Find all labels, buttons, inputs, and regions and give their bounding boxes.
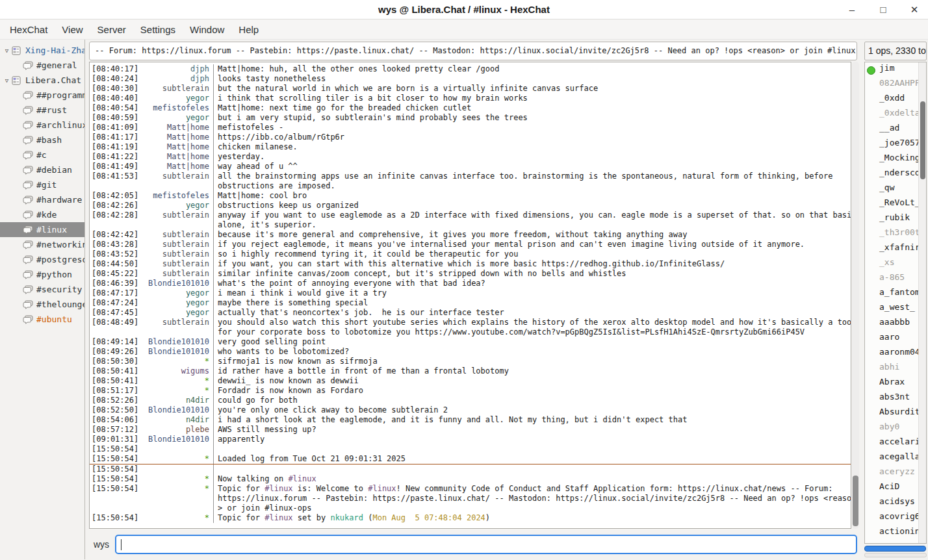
sidebar-item--linux[interactable]: #linux [0, 222, 84, 237]
chat-scrollbar[interactable] [852, 62, 859, 529]
chat-nick[interactable] [144, 181, 213, 191]
chat-nick[interactable]: plebe [144, 425, 213, 435]
chat-nick[interactable]: djph [144, 64, 213, 74]
tree-server-xing-hai-zhang[interactable]: ▽Xing-Hai-Zhang [0, 43, 84, 58]
userlist-item[interactable]: _0xdelta [865, 108, 918, 123]
menu-item-server[interactable]: Server [90, 21, 133, 38]
chat-nick[interactable]: * [144, 376, 213, 386]
userlist-item[interactable]: a_west_ [865, 302, 918, 317]
userlist-item[interactable]: jim [865, 63, 918, 78]
chat-nick[interactable]: subtlerain [144, 230, 213, 240]
userlist-item[interactable]: a_fantom [865, 287, 918, 302]
chat-nick[interactable] [144, 494, 213, 503]
userlist-item[interactable]: a-865 [865, 272, 918, 287]
userlist-hscrollbar[interactable] [864, 546, 926, 552]
sidebar-item--c[interactable]: #c [0, 147, 84, 162]
userlist-item[interactable]: 082AAHPF6 [865, 78, 918, 93]
userlist-scrollbar-thumb[interactable] [920, 101, 925, 179]
userlist-item[interactable]: __ad [865, 123, 918, 138]
sidebar-item--bash[interactable]: #bash [0, 133, 84, 147]
minimize-icon[interactable]: – [846, 4, 858, 16]
chat-nick[interactable]: subtlerain [144, 210, 213, 220]
userlist-item[interactable]: _th3r00t [865, 227, 918, 242]
chat-nick[interactable]: mefistofeles [144, 103, 213, 113]
userlist-item[interactable]: acovrig60 [865, 511, 918, 526]
menu-item-hexchat[interactable]: HexChat [3, 21, 55, 38]
sidebar-item--git[interactable]: #git [0, 177, 84, 192]
chat-nick[interactable]: yegor [144, 298, 213, 308]
chat-nick[interactable]: n4dir [144, 415, 213, 425]
userlist-item[interactable]: actioninj [865, 526, 918, 541]
expander-icon[interactable]: ▽ [2, 47, 12, 54]
userlist-item[interactable]: accelario [865, 437, 918, 452]
sidebar-item--hardware[interactable]: #hardware [0, 192, 84, 207]
chat-nick[interactable]: wigums [144, 366, 213, 376]
chat-nick[interactable]: subtlerain [144, 249, 213, 259]
menu-item-settings[interactable]: Settings [133, 21, 183, 38]
userlist-item[interactable]: aaro [865, 332, 918, 347]
message-input[interactable] [115, 535, 857, 554]
chat-nick[interactable]: Blondie101010 [144, 435, 213, 444]
menu-item-view[interactable]: View [55, 21, 90, 38]
userlist-item[interactable]: _qw [865, 183, 918, 197]
maximize-icon[interactable]: □ [877, 4, 889, 16]
sidebar-item--general[interactable]: #general [0, 58, 84, 73]
userlist-item[interactable]: acegalla- [865, 452, 918, 466]
menu-item-window[interactable]: Window [183, 21, 231, 38]
chat-nick[interactable]: Blondie101010 [144, 347, 213, 357]
chat-nick[interactable]: * [144, 484, 213, 494]
chat-nick[interactable]: subtlerain [144, 269, 213, 279]
chat-nick[interactable]: yegor [144, 113, 213, 123]
tree-server-libera-chat[interactable]: ▽Libera.Chat [0, 73, 84, 88]
chat-nick[interactable]: yegor [144, 288, 213, 298]
menu-item-help[interactable]: Help [231, 21, 266, 38]
chat-nick[interactable]: * [144, 454, 213, 464]
expander-icon[interactable]: ▽ [2, 77, 12, 84]
sidebar-item--python[interactable]: #python [0, 267, 84, 282]
sidebar-item--thelounge[interactable]: #thelounge [0, 297, 84, 312]
userlist-item[interactable]: Abrax [865, 377, 918, 392]
userlist-item[interactable]: aaabbb [865, 317, 918, 332]
chat-nick[interactable] [144, 220, 213, 230]
topic-bar[interactable]: -- Forum: https://linux.forum -- Pastebi… [89, 42, 857, 60]
sidebar-item--archlinux[interactable]: #archlinux [0, 118, 84, 133]
chat-nick[interactable]: Matt|home [144, 152, 213, 162]
chat-nick[interactable]: djph [144, 74, 213, 84]
chat-nick[interactable]: n4dir [144, 396, 213, 405]
userlist-item[interactable]: _xfafnir [865, 242, 918, 257]
chat-nick[interactable]: Matt|home [144, 162, 213, 172]
chat-nick[interactable] [144, 465, 213, 474]
chat-nick[interactable]: Blondie101010 [144, 405, 213, 415]
sidebar-item--programming[interactable]: ##programming [0, 88, 84, 103]
userlist-item[interactable]: _nderscor [865, 168, 918, 183]
userlist-item[interactable]: Absurdity [865, 407, 918, 422]
chat-nick[interactable]: yegor [144, 94, 213, 103]
userlist-item[interactable]: _0xdd [865, 93, 918, 108]
chat-nick[interactable]: yegor [144, 308, 213, 318]
sidebar-item--rust[interactable]: ##rust [0, 103, 84, 118]
chat-nick[interactable] [144, 503, 213, 513]
chat-nick[interactable]: subtlerain [144, 259, 213, 269]
chat-nick[interactable]: Matt|home [144, 133, 213, 142]
userlist-item[interactable]: aby0 [865, 422, 918, 437]
chat-nick[interactable]: yegor [144, 201, 213, 210]
chat-nick[interactable]: subtlerain [144, 240, 213, 249]
userlist-item[interactable]: abs3nt [865, 392, 918, 407]
chat-nick[interactable] [144, 444, 213, 454]
chat-nick[interactable]: * [144, 386, 213, 396]
sidebar-item--debian[interactable]: #debian [0, 162, 84, 177]
userlist-item[interactable]: aaronm04 [865, 347, 918, 362]
chat-scrollbar-thumb[interactable] [853, 476, 858, 526]
userlist-scrollbar[interactable] [918, 62, 926, 543]
sidebar-item--security[interactable]: #security [0, 282, 84, 297]
sidebar-item--networking[interactable]: #networking [0, 237, 84, 252]
userlist-item[interactable]: abhi [865, 362, 918, 377]
chat-nick[interactable]: Blondie101010 [144, 279, 213, 288]
userlist-item[interactable]: _joe7057 [865, 138, 918, 153]
chat-nick[interactable]: Matt|home [144, 142, 213, 152]
userlist-item[interactable]: _MockingM [865, 153, 918, 168]
sidebar-item--postgresql[interactable]: #postgresql [0, 252, 84, 267]
chat-nick[interactable]: * [144, 357, 213, 366]
chat-nick[interactable]: subtlerain [144, 172, 213, 181]
chat-nick[interactable]: Blondie101010 [144, 337, 213, 347]
